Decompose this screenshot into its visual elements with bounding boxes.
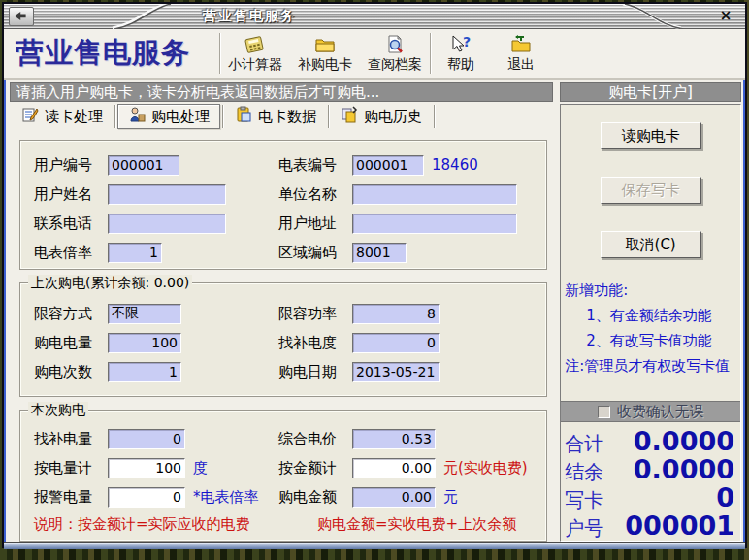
user-name-field[interactable] [108, 184, 226, 205]
summary-row-total: 合计 0.0000 [565, 426, 734, 454]
account-no-label: 户号 [565, 515, 625, 542]
by-energy-unit: 度 [193, 459, 208, 478]
app-logo-icon[interactable] [9, 7, 34, 26]
amount-field[interactable] [352, 487, 436, 508]
archive-search-icon [383, 34, 407, 55]
energy-field[interactable] [108, 333, 181, 353]
page-title: 营业售电服务 [4, 29, 219, 78]
status-bar: 请插入用户购电卡，读卡分析电表返回数据后才可购电... [10, 82, 553, 102]
buy-card-button-label: 补购电卡 [298, 56, 352, 74]
tab-purchase-processing[interactable]: 购电处理 [117, 104, 220, 129]
window-title: 营业售电服务 [203, 8, 296, 25]
feature-note: 注:管理员才有权改写卡值 [565, 353, 736, 379]
meter-ratio-label: 电表倍率 [34, 244, 108, 262]
account-no-value: 000001 [625, 511, 734, 541]
by-amount-field[interactable] [352, 458, 436, 478]
address-field[interactable] [352, 214, 517, 234]
energy-label: 购电电量 [34, 334, 108, 352]
adjust-energy-field[interactable] [108, 429, 185, 449]
help-button[interactable]: ? 帮助 [431, 29, 491, 78]
tab-label: 电卡数据 [258, 108, 316, 126]
alarm-energy-field[interactable] [108, 487, 185, 508]
note-amount: 购电金额=实收电费+上次余额 [317, 515, 516, 534]
clipboard-icon [235, 106, 252, 127]
right-panel: 购电卡[开户] 读购电卡 保存写卡 取消(C) 新增功能: 1、有金额结余功能 … [560, 82, 741, 542]
adjust-degree-label: 找补电度 [278, 334, 352, 352]
exit-icon [509, 34, 533, 55]
calculator-button-label: 小计算器 [228, 56, 282, 74]
adjust-energy-label: 找补电量 [34, 430, 108, 448]
tab-label: 购电处理 [151, 108, 210, 126]
current-purchase-group: 本次购电 找补电量 综合电价 按电量计 度 [19, 410, 547, 542]
person-icon [128, 106, 146, 127]
meter-serial-text: 18460 [432, 156, 478, 174]
feature-item: 2、有改写卡值功能 [565, 328, 736, 353]
exit-button-label: 退出 [507, 56, 535, 74]
calculator-icon [244, 34, 267, 55]
account-group: 用户编号 电表编号 18460 用户姓名 单位名称 [19, 140, 547, 270]
last-purchase-legend: 上次购电(累计余额: 0.00) [28, 275, 192, 290]
current-purchase-legend: 本次购电 [28, 402, 88, 417]
fee-confirm-label: 收费确认无误 [617, 403, 704, 421]
help-button-label: 帮助 [447, 56, 474, 74]
write-card-label: 写卡 [565, 487, 625, 513]
limit-mode-field[interactable] [108, 304, 181, 324]
amount-label: 购电金额 [278, 488, 352, 507]
buy-card-button[interactable]: 补购电卡 [290, 29, 360, 78]
by-energy-field[interactable] [108, 458, 185, 478]
exit-button[interactable]: 退出 [491, 29, 551, 78]
calculator-button[interactable]: 小计算器 [220, 29, 290, 78]
tab-label: 读卡处理 [45, 108, 103, 126]
cards-icon [341, 106, 358, 127]
close-button[interactable]: × [716, 7, 735, 24]
phone-field[interactable] [108, 214, 226, 234]
write-card-value: 0 [625, 482, 734, 512]
save-write-card-button[interactable]: 保存写卡 [601, 177, 701, 204]
help-icon: ? [449, 34, 472, 55]
summary-row-account-no: 户号 000001 [565, 511, 734, 539]
cancel-button[interactable]: 取消(C) [601, 231, 701, 258]
tab-separator [328, 105, 329, 128]
window-bottom-frame [4, 542, 745, 549]
price-field[interactable] [352, 429, 436, 449]
amount-unit: 元 [443, 488, 458, 507]
by-amount-label: 按金额计 [278, 459, 352, 478]
feature-item: 1、有金额结余功能 [565, 303, 736, 328]
limit-power-label: 限容功率 [278, 305, 352, 323]
alarm-energy-label: 报警电量 [34, 488, 108, 507]
by-amount-unit: 元(实收电费) [443, 459, 528, 478]
svg-text:?: ? [463, 34, 471, 49]
summary-row-balance: 结余 0.0000 [565, 454, 734, 482]
phone-label: 联系电话 [34, 214, 108, 233]
purchase-times-field[interactable] [108, 362, 181, 382]
tab-card-data[interactable]: 电卡数据 [225, 104, 326, 129]
summary-panel: 合计 0.0000 结余 0.0000 写卡 0 户号 000001 [561, 422, 740, 541]
purchase-date-field[interactable] [352, 362, 440, 382]
note-by-amount: 说明：按金额计=实际应收的电费 [34, 515, 317, 534]
limit-power-field[interactable] [352, 304, 440, 324]
user-name-label: 用户姓名 [34, 185, 108, 204]
tab-read-card[interactable]: 读卡处理 [12, 104, 113, 129]
meter-id-field[interactable] [352, 155, 424, 176]
alarm-energy-note: *电表倍率 [193, 488, 259, 507]
side-panel-box: 读购电卡 保存写卡 取消(C) 新增功能: 1、有金额结余功能 2、有改写卡值功… [560, 104, 741, 542]
feature-title: 新增功能: [565, 278, 736, 303]
org-name-field[interactable] [352, 184, 517, 205]
tab-separator [434, 105, 435, 128]
fee-confirm-checkbox[interactable] [598, 406, 610, 418]
tab-purchase-history[interactable]: 购电历史 [331, 104, 432, 129]
fee-confirm-bar: 收费确认无误 [561, 401, 740, 422]
read-card-button[interactable]: 读购电卡 [601, 122, 701, 149]
purchase-date-label: 购电日期 [278, 363, 352, 381]
titlebar-curve-left [109, 4, 177, 29]
adjust-degree-field[interactable] [352, 333, 440, 353]
summary-row-write-card: 写卡 0 [565, 482, 734, 511]
view-archive-button[interactable]: 查阅档案 [360, 29, 430, 78]
by-energy-label: 按电量计 [34, 459, 108, 478]
user-id-field[interactable] [108, 155, 179, 176]
meter-ratio-field[interactable] [108, 243, 162, 263]
area-code-field[interactable] [352, 243, 407, 263]
left-panel: 请插入用户购电卡，读卡分析电表返回数据后才可购电... 读卡处理 [10, 82, 553, 542]
app-window: 营业售电服务 × 营业售电服务 小计算器 [2, 2, 747, 548]
tab-label: 购电历史 [364, 108, 422, 126]
